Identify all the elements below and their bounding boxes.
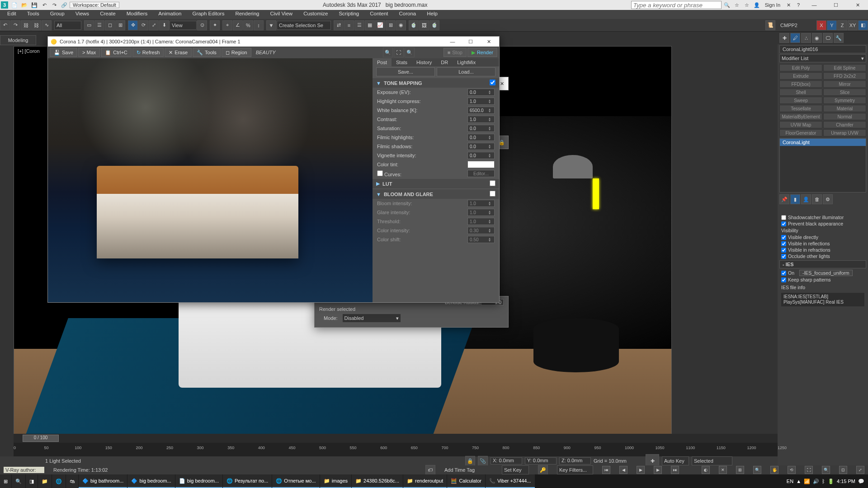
angle-snap-icon[interactable]: ∠: [233, 20, 243, 30]
lut-enable-check[interactable]: [490, 180, 495, 186]
tm-value-2[interactable]: 6500.0▴▾: [467, 107, 495, 114]
nav4-icon[interactable]: ⟲: [788, 466, 796, 474]
tb-calc[interactable]: 🧮Calculator: [447, 474, 485, 488]
mod-tessellate[interactable]: Tessellate: [779, 105, 822, 112]
mod-matbyelem[interactable]: MaterialByElement: [779, 113, 822, 120]
tm-value-1[interactable]: 1.0▴▾: [467, 98, 495, 105]
menu-create[interactable]: Create: [94, 10, 121, 19]
motion-panel-icon[interactable]: ◉: [812, 33, 822, 43]
bloom-value-1[interactable]: 1.0▴▾: [467, 209, 495, 216]
create-panel-icon[interactable]: ✚: [779, 33, 789, 43]
vfb-erase-button[interactable]: ✕Erase: [165, 48, 192, 57]
tag-icon[interactable]: 🏷: [425, 465, 435, 475]
time-slider[interactable]: 0 / 100: [14, 434, 778, 443]
mod-extrude[interactable]: Extrude: [779, 72, 822, 80]
edge-icon[interactable]: 🌐: [52, 474, 66, 488]
lang-indicator[interactable]: EN: [787, 479, 793, 484]
vfb-refresh-button[interactable]: ↻Refresh: [132, 48, 164, 57]
config-icon[interactable]: ⚙: [823, 194, 833, 204]
display-panel-icon[interactable]: 🖵: [823, 33, 833, 43]
show-end-icon[interactable]: ▮: [790, 194, 800, 204]
align-icon[interactable]: ≡: [344, 20, 354, 30]
nav5-icon[interactable]: ⛶: [805, 466, 813, 474]
setkey-button[interactable]: Set Key: [502, 465, 529, 474]
move-icon[interactable]: ✥: [128, 20, 138, 30]
search-tb-icon[interactable]: 🔍: [12, 474, 25, 488]
modify-panel-icon[interactable]: 🖊: [790, 33, 800, 43]
ies-rollout[interactable]: - IES: [779, 260, 866, 268]
menu-animation[interactable]: Animation: [153, 10, 187, 19]
tm-value-0[interactable]: 0.0▴▾: [467, 89, 495, 96]
modeling-tab[interactable]: Modeling: [0, 35, 36, 45]
mode-dropdown[interactable]: Disabled▾: [342, 314, 401, 323]
nav8-icon[interactable]: ⤢: [856, 466, 864, 474]
mod-editpoly[interactable]: Edit Poly: [779, 64, 822, 71]
user-icon[interactable]: 👤: [753, 1, 760, 9]
tb-chrome2[interactable]: 🌐Отпетые мо...: [272, 474, 319, 488]
tb-bigbed1[interactable]: 🔷big bedroom...: [127, 474, 175, 488]
link-icon[interactable]: 🔗: [61, 1, 68, 9]
layers-icon[interactable]: ☰: [354, 20, 364, 30]
autokey-button[interactable]: Auto Key: [662, 456, 689, 465]
menu-edit[interactable]: Edit: [2, 10, 22, 19]
keyfilters-button[interactable]: Key Filters...: [557, 465, 593, 474]
undo-icon[interactable]: ↶: [41, 1, 48, 9]
vfb-stop-button[interactable]: ■Stop: [443, 48, 467, 57]
nav2-icon[interactable]: 🔍: [753, 466, 761, 474]
menu-help[interactable]: Help: [421, 10, 443, 19]
goto-end-icon[interactable]: ⏭: [671, 466, 679, 474]
play-icon[interactable]: ▶: [637, 466, 645, 474]
manip-icon[interactable]: ✦: [210, 20, 220, 30]
mod-chamfer[interactable]: Chamfer: [823, 121, 866, 128]
bloom-value-2[interactable]: 1.0▴▾: [467, 218, 495, 225]
ies-on-check[interactable]: On -IES_focused_uniform: [778, 269, 868, 277]
bloom-value-3[interactable]: 0.30▴▾: [467, 227, 495, 234]
mod-slice[interactable]: Slice: [823, 89, 866, 96]
nav6-icon[interactable]: 🔍: [822, 466, 830, 474]
vfb-save-settings[interactable]: Save...: [376, 67, 435, 76]
menu-modifiers[interactable]: Modifiers: [121, 10, 153, 19]
new-icon[interactable]: 📄: [11, 1, 18, 9]
select-name-icon[interactable]: ☰: [94, 20, 104, 30]
object-name-field[interactable]: CoronaLight016: [779, 45, 866, 53]
start-button[interactable]: ⊞: [0, 474, 11, 488]
menu-content[interactable]: Content: [364, 10, 393, 19]
vfb-render-view[interactable]: [48, 58, 373, 302]
mod-shell[interactable]: Shell: [779, 89, 822, 96]
menu-views[interactable]: Views: [70, 10, 94, 19]
unique-icon[interactable]: 👤: [801, 194, 811, 204]
named-sel-icon[interactable]: ▼: [266, 20, 276, 30]
tm-value-5[interactable]: 0.0▴▾: [467, 134, 495, 141]
save-icon[interactable]: 💾: [31, 1, 38, 9]
vfb-tools-button[interactable]: 🔧Tools: [193, 48, 221, 57]
menu-civilview[interactable]: Civil View: [264, 10, 298, 19]
time-knob[interactable]: 0 / 100: [23, 435, 59, 442]
tray-notif-icon[interactable]: 💬: [858, 479, 864, 484]
explorer-icon[interactable]: 📁: [38, 474, 52, 488]
zoom-fit-icon[interactable]: ⛶: [394, 47, 404, 57]
tb-chrome1[interactable]: 🌐Результат по...: [223, 474, 272, 488]
menu-corona[interactable]: Corona: [393, 10, 421, 19]
material-ed-icon[interactable]: ◉: [396, 20, 406, 30]
place-icon[interactable]: ⬇: [159, 20, 169, 30]
menu-customize[interactable]: Customize: [298, 10, 333, 19]
help-icon[interactable]: ?: [795, 1, 802, 9]
unlink-icon[interactable]: ⛓: [31, 20, 41, 30]
named-selection[interactable]: Create Selection Se: [277, 21, 331, 30]
prevent-black-check[interactable]: Prevent black appearance: [778, 221, 868, 227]
ref-coord[interactable]: View: [170, 21, 197, 30]
store-icon[interactable]: 🛍: [66, 474, 78, 488]
window-cross-icon[interactable]: ⊞: [115, 20, 125, 30]
modifier-stack[interactable]: CoronaLight: [779, 138, 866, 192]
curves-editor-button[interactable]: Editor...: [467, 170, 495, 177]
y-field[interactable]: Y: 0.0mm: [525, 457, 557, 465]
mod-unwrap[interactable]: Unwrap UVW: [823, 129, 866, 136]
tone-mapping-section[interactable]: ▼TONE MAPPING: [373, 78, 499, 88]
next-frame-icon[interactable]: ▶: [654, 466, 662, 474]
script-icon[interactable]: 📜: [765, 20, 775, 30]
stack-coronalight[interactable]: CoronaLight: [780, 139, 866, 146]
menu-grapheditors[interactable]: Graph Editors: [187, 10, 230, 19]
keymode-dropdown[interactable]: Selected: [692, 456, 732, 465]
sel-lock-icon[interactable]: 📎: [478, 456, 488, 466]
schematic-icon[interactable]: ⊞: [386, 20, 396, 30]
